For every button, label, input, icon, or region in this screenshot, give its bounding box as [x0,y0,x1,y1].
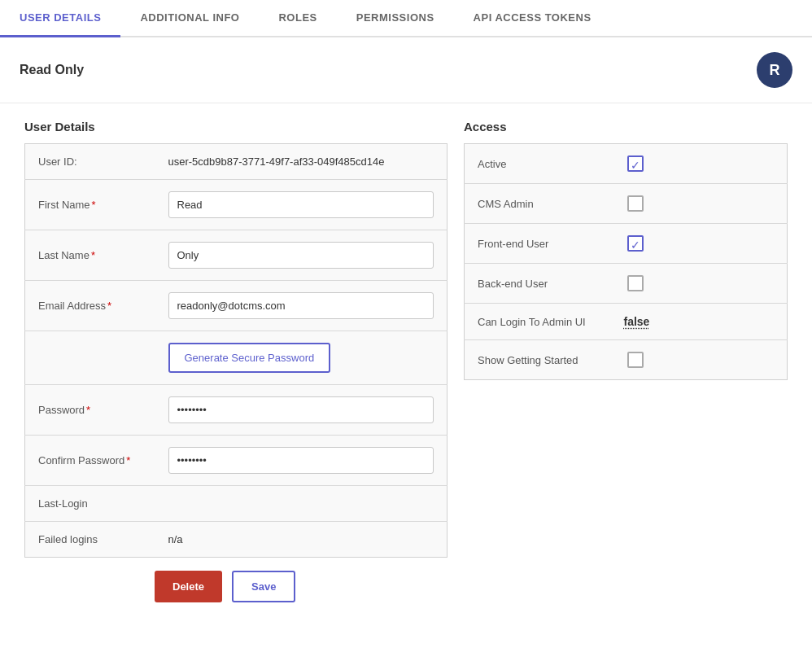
table-row: Show Getting Started [465,340,788,380]
table-row: Can Login To Admin UI false [465,304,788,340]
cms-admin-label: CMS Admin [465,184,611,224]
first-name-cell [155,180,447,230]
back-end-user-control-cell [611,264,660,304]
can-login-admin-label: Can Login To Admin UI [465,304,611,340]
tab-api-access-tokens[interactable]: API ACCESS TOKENS [454,0,611,37]
user-id-value-cell: user-5cdb9b87-3771-49f7-af33-049f485cd14… [155,144,447,180]
active-control-cell: ✓ [611,144,660,184]
user-id-label: User ID: [25,144,155,180]
user-details-section-label: User Details [24,120,447,134]
delete-button[interactable]: Delete [155,571,222,602]
tabs-bar: USER DETAILS ADDITIONAL INFO ROLES PERMI… [0,0,812,37]
last-login-value [155,486,447,522]
action-buttons-row: Delete Save [155,558,447,609]
table-row: Last Name* [25,230,447,281]
user-id-value: user-5cdb9b87-3771-49f7-af33-049f485cd14… [168,155,385,168]
show-getting-started-label: Show Getting Started [465,340,611,380]
last-name-cell [155,230,447,281]
required-star: * [126,454,130,466]
table-row: User ID: user-5cdb9b87-3771-49f7-af33-04… [25,144,447,180]
back-end-user-checkbox-wrapper [624,275,647,291]
front-end-user-checkbox[interactable]: ✓ [627,235,644,252]
first-name-label: First Name* [25,180,155,230]
tab-additional-info[interactable]: ADDITIONAL INFO [120,0,259,37]
front-end-user-checkbox-wrapper: ✓ [624,235,647,252]
table-row: Email Address* [25,281,447,331]
show-getting-started-control-cell [611,340,660,380]
failed-logins-value: n/a [155,522,447,558]
last-name-input[interactable] [168,242,434,269]
two-column-layout: User Details User ID: user-5cdb9b87-3771… [24,120,788,609]
generate-password-label-cell [25,331,155,385]
table-row: Active ✓ [465,144,788,184]
generate-password-cell: Generate Secure Password [155,331,447,385]
front-end-user-label: Front-end User [465,224,611,264]
table-row: CMS Admin [465,184,788,224]
table-row: Failed logins n/a [25,522,447,558]
first-name-input[interactable] [168,191,434,218]
cms-admin-control-cell [611,184,660,224]
table-row: First Name* [25,180,447,230]
tab-permissions[interactable]: PERMISSIONS [337,0,454,37]
can-login-admin-control-cell: false [611,304,788,340]
generate-secure-password-button[interactable]: Generate Secure Password [168,343,331,373]
user-details-table: User ID: user-5cdb9b87-3771-49f7-af33-04… [24,143,447,558]
email-label: Email Address* [25,281,155,331]
cms-admin-checkbox[interactable] [627,195,644,212]
can-login-admin-value: false [624,315,650,328]
access-section-label: Access [464,120,788,134]
required-star: * [86,404,90,416]
confirm-password-input[interactable] [168,447,434,474]
checkmark-icon: ✓ [631,239,640,248]
password-cell [155,385,447,436]
password-input[interactable] [168,396,434,423]
front-end-user-control-cell: ✓ [611,224,660,264]
required-star: * [107,300,111,312]
checkmark-icon: ✓ [631,159,640,169]
tab-roles[interactable]: ROLES [259,0,336,37]
active-label: Active [465,144,611,184]
confirm-password-cell [155,436,447,486]
confirm-password-label: Confirm Password* [25,436,155,486]
header-bar: Read Only R [0,37,812,103]
page-title: Read Only [20,63,84,77]
password-label: Password* [25,385,155,436]
table-row: Last-Login [25,486,447,522]
table-row: Confirm Password* [25,436,447,486]
show-getting-started-checkbox[interactable] [627,352,644,368]
user-details-panel: User Details User ID: user-5cdb9b87-3771… [24,120,447,609]
last-login-label: Last-Login [25,486,155,522]
active-checkbox[interactable]: ✓ [627,155,644,172]
back-end-user-checkbox[interactable] [627,275,644,291]
avatar: R [757,52,792,88]
last-name-label: Last Name* [25,230,155,281]
failed-logins-label: Failed logins [25,522,155,558]
access-table: Active ✓ CMS Admin [464,143,788,380]
save-button[interactable]: Save [232,571,295,602]
required-star: * [92,199,96,211]
tab-user-details[interactable]: USER DETAILS [0,0,120,37]
required-star: * [91,249,95,261]
cms-admin-checkbox-wrapper [624,195,647,212]
table-row: Front-end User ✓ [465,224,788,264]
show-getting-started-checkbox-wrapper [624,352,647,368]
access-panel: Access Active ✓ CMS Admin [464,120,788,609]
table-row: Password* [25,385,447,436]
email-input[interactable] [168,292,434,319]
table-row: Generate Secure Password [25,331,447,385]
main-content: User Details User ID: user-5cdb9b87-3771… [0,103,812,625]
email-cell [155,281,447,331]
back-end-user-label: Back-end User [465,264,611,304]
active-checkbox-wrapper: ✓ [624,155,647,172]
table-row: Back-end User [465,264,788,304]
